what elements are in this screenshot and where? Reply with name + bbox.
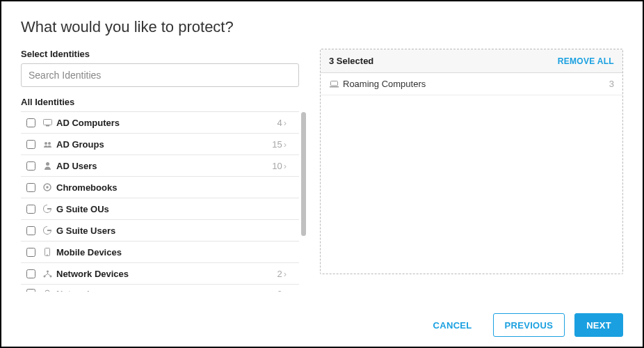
selected-list: Roaming Computers3 bbox=[321, 73, 622, 95]
list-item[interactable]: Mobile Devices bbox=[21, 242, 299, 263]
row-checkbox[interactable] bbox=[26, 226, 35, 235]
chevron-right-icon: › bbox=[284, 289, 287, 292]
cancel-button[interactable]: CANCEL bbox=[422, 313, 483, 337]
list-item[interactable]: Network Devices2› bbox=[21, 263, 299, 285]
row-checkbox[interactable] bbox=[26, 118, 35, 127]
row-checkbox[interactable] bbox=[26, 161, 35, 171]
selected-item-label: Roaming Computers bbox=[343, 79, 426, 89]
gear-icon bbox=[42, 183, 52, 191]
identities-panel: Select Identities All Identities AD Comp… bbox=[21, 49, 299, 291]
identity-list-container: AD Computers4›AD Groups15›AD Users10›Chr… bbox=[21, 111, 299, 291]
selected-item-count: 3 bbox=[609, 79, 614, 89]
group-icon bbox=[42, 141, 52, 148]
row-checkbox[interactable] bbox=[26, 289, 35, 292]
row-label: Network Devices bbox=[56, 269, 129, 279]
row-label: G Suite OUs bbox=[56, 204, 109, 214]
mobile-icon bbox=[42, 248, 52, 256]
row-checkbox[interactable] bbox=[26, 183, 35, 192]
scrollbar[interactable] bbox=[301, 112, 306, 292]
svg-point-2 bbox=[45, 142, 47, 145]
selected-count-label: 3 Selected bbox=[329, 56, 373, 66]
laptop-icon bbox=[329, 81, 339, 88]
list-item[interactable]: Chromebooks bbox=[21, 177, 299, 198]
gsuite-icon bbox=[42, 226, 52, 235]
network-icon bbox=[42, 270, 52, 278]
scrollbar-thumb[interactable] bbox=[301, 112, 306, 236]
selected-item[interactable]: Roaming Computers3 bbox=[321, 73, 622, 95]
page-title: What would you like to protect? bbox=[21, 18, 623, 36]
row-count: 2 bbox=[277, 289, 282, 292]
svg-point-3 bbox=[48, 142, 51, 145]
row-label: Mobile Devices bbox=[56, 247, 122, 258]
row-checkbox[interactable] bbox=[26, 140, 35, 149]
list-item[interactable]: G Suite Users bbox=[21, 220, 299, 242]
svg-rect-13 bbox=[330, 81, 337, 86]
row-checkbox[interactable] bbox=[26, 248, 35, 257]
svg-point-8 bbox=[47, 254, 48, 255]
row-count: 15 bbox=[272, 139, 282, 150]
columns: Select Identities All Identities AD Comp… bbox=[21, 49, 623, 291]
row-count: 10 bbox=[272, 161, 282, 171]
row-label: AD Users bbox=[56, 161, 97, 171]
next-button[interactable]: NEXT bbox=[574, 313, 623, 337]
remove-all-button[interactable]: REMOVE ALL bbox=[558, 56, 614, 66]
row-checkbox[interactable] bbox=[26, 205, 35, 214]
svg-point-12 bbox=[45, 290, 49, 292]
svg-rect-1 bbox=[46, 125, 49, 127]
list-item[interactable]: AD Computers4› bbox=[21, 112, 299, 134]
selection-panel: 3 Selected REMOVE ALL Roaming Computers3 bbox=[320, 49, 623, 291]
row-checkbox[interactable] bbox=[26, 269, 35, 278]
chevron-right-icon: › bbox=[284, 139, 287, 150]
row-label: AD Groups bbox=[56, 139, 104, 150]
svg-rect-0 bbox=[43, 119, 51, 125]
select-identities-label: Select Identities bbox=[21, 49, 299, 59]
list-item[interactable]: AD Users10› bbox=[21, 155, 299, 177]
selection-header: 3 Selected REMOVE ALL bbox=[321, 49, 622, 73]
svg-point-6 bbox=[46, 186, 48, 188]
user-icon bbox=[42, 161, 52, 170]
dialog: What would you like to protect? Select I… bbox=[0, 0, 644, 348]
selection-box: 3 Selected REMOVE ALL Roaming Computers3 bbox=[320, 49, 623, 274]
previous-button[interactable]: PREVIOUS bbox=[493, 313, 565, 337]
monitor-icon bbox=[42, 119, 52, 127]
list-item[interactable]: AD Groups15› bbox=[21, 134, 299, 155]
svg-point-4 bbox=[46, 162, 49, 166]
list-item[interactable]: Networks2› bbox=[21, 285, 299, 292]
row-count: 4 bbox=[277, 118, 282, 128]
chevron-right-icon: › bbox=[284, 118, 287, 128]
footer: CANCEL PREVIOUS NEXT bbox=[422, 313, 623, 337]
row-label: AD Computers bbox=[56, 118, 120, 128]
svg-rect-14 bbox=[330, 86, 339, 88]
svg-point-9 bbox=[47, 270, 49, 272]
chevron-right-icon: › bbox=[284, 161, 287, 171]
row-label: Chromebooks bbox=[56, 182, 117, 193]
row-label: G Suite Users bbox=[56, 226, 115, 236]
row-count: 2 bbox=[277, 269, 282, 279]
chevron-right-icon: › bbox=[284, 269, 287, 279]
search-input[interactable] bbox=[21, 63, 299, 87]
identity-list[interactable]: AD Computers4›AD Groups15›AD Users10›Chr… bbox=[21, 112, 299, 292]
generic-icon bbox=[42, 289, 52, 292]
row-label: Networks bbox=[56, 289, 97, 292]
all-identities-label: All Identities bbox=[21, 97, 299, 107]
list-item[interactable]: G Suite OUs bbox=[21, 198, 299, 220]
gsuite-icon bbox=[42, 205, 52, 213]
